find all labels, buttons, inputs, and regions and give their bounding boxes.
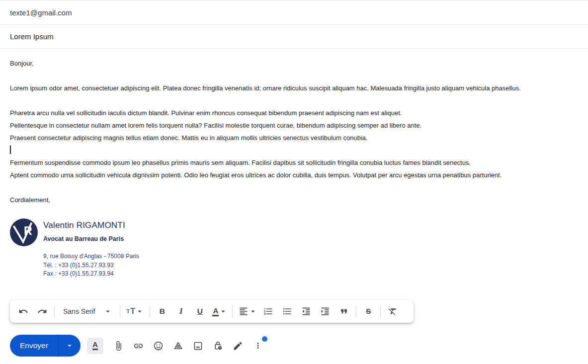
formatting-toolbar: Sans Serif T T B I U A S bbox=[10, 300, 414, 323]
italic-button[interactable]: I bbox=[171, 302, 190, 321]
signature-text-block: Valentin RIGAMONTI Avocat au Barreau de … bbox=[43, 218, 139, 279]
font-family-label: Sans Serif bbox=[63, 307, 95, 315]
toolbar-divider bbox=[54, 305, 55, 318]
signature-name: Valentin RIGAMONTI bbox=[43, 219, 139, 231]
underline-button[interactable]: U bbox=[190, 302, 209, 321]
formatting-options-button[interactable]: A bbox=[87, 338, 103, 354]
redo-icon bbox=[37, 306, 47, 316]
attach-file-icon bbox=[113, 341, 124, 351]
body-line[interactable]: Pellentesque in consectetur nullam amet … bbox=[10, 119, 584, 132]
text-color-button[interactable]: A bbox=[209, 302, 230, 321]
font-size-big-t: T bbox=[130, 306, 135, 316]
chevron-down-icon bbox=[103, 307, 112, 316]
insert-emoji-icon bbox=[153, 341, 164, 351]
toolbar-divider bbox=[120, 305, 120, 318]
font-family-selector[interactable]: Sans Serif bbox=[57, 302, 117, 321]
redo-button[interactable] bbox=[33, 302, 52, 321]
body-blank-line[interactable] bbox=[10, 94, 584, 107]
text-color-icon: A bbox=[212, 307, 219, 316]
send-button-label: Envoyer bbox=[20, 341, 48, 350]
attach-file-button[interactable] bbox=[109, 336, 129, 356]
toolbar-divider bbox=[150, 305, 150, 318]
remove-formatting-button[interactable] bbox=[383, 302, 402, 321]
signature-pen-icon bbox=[233, 341, 243, 351]
font-size-small-t: T bbox=[127, 308, 130, 314]
subject-value[interactable]: Lorem Ipsum bbox=[10, 32, 54, 41]
body-blank-line[interactable] bbox=[10, 181, 584, 194]
more-options-icon bbox=[253, 341, 262, 350]
notification-dot bbox=[262, 336, 267, 342]
insert-link-icon bbox=[133, 341, 144, 351]
toolbar-divider bbox=[380, 305, 381, 318]
send-button[interactable]: Envoyer bbox=[10, 335, 58, 357]
signature-pen-button[interactable] bbox=[228, 336, 248, 356]
recipient-value[interactable]: texte1@gmail.com bbox=[10, 8, 72, 17]
chevron-down-icon bbox=[65, 341, 74, 350]
strikethrough-icon: S bbox=[366, 307, 371, 316]
align-button[interactable] bbox=[235, 302, 259, 321]
indent-more-button[interactable] bbox=[316, 302, 335, 321]
email-signature: R Valentin RIGAMONTI Avocat au Barreau d… bbox=[10, 218, 584, 279]
body-line[interactable]: Bonjour, bbox=[10, 57, 584, 70]
chevron-down-icon bbox=[249, 307, 257, 316]
numbered-list-button[interactable] bbox=[259, 302, 278, 321]
quote-icon bbox=[339, 306, 349, 316]
message-body-editor[interactable]: Bonjour, Lorem ipsum odor amet, consecte… bbox=[10, 49, 584, 279]
body-line[interactable]: Pharetra arcu nulla vel sollicitudin iac… bbox=[10, 107, 584, 119]
insert-emoji-button[interactable] bbox=[149, 336, 168, 356]
insert-drive-icon bbox=[173, 341, 183, 351]
text-cursor bbox=[10, 146, 11, 154]
caret-line[interactable] bbox=[10, 144, 584, 156]
bold-icon: B bbox=[160, 307, 165, 316]
bulleted-list-icon bbox=[282, 306, 292, 316]
recipient-field[interactable]: texte1@gmail.com bbox=[0, 1, 588, 25]
confidential-mode-icon bbox=[213, 341, 223, 351]
compose-action-bar: Envoyer A bbox=[10, 335, 268, 357]
subject-field[interactable]: Lorem Ipsum bbox=[0, 25, 588, 49]
insert-photo-button[interactable] bbox=[188, 336, 208, 356]
strikethrough-button[interactable]: S bbox=[359, 302, 378, 321]
body-line[interactable]: Praesent consectetur adipiscing magnis t… bbox=[10, 132, 584, 144]
indent-more-icon bbox=[320, 306, 330, 316]
undo-icon bbox=[18, 306, 28, 316]
undo-button[interactable] bbox=[14, 302, 33, 321]
signature-address: 9, rue Boissy d'Anglas - 75008 Paris bbox=[43, 252, 139, 261]
bulleted-list-button[interactable] bbox=[278, 302, 297, 321]
chevron-down-icon bbox=[135, 307, 144, 316]
confidential-mode-button[interactable] bbox=[208, 336, 228, 356]
insert-link-button[interactable] bbox=[129, 336, 149, 356]
numbered-list-icon bbox=[263, 306, 273, 316]
remove-formatting-icon bbox=[388, 306, 398, 316]
toolbar-divider bbox=[232, 305, 233, 318]
bold-button[interactable]: B bbox=[153, 302, 171, 321]
body-line[interactable]: Fermentum suspendisse commodo ipsum leo … bbox=[10, 156, 584, 169]
signature-contact-block: 9, rue Boissy d'Anglas - 75008 Paris Tél… bbox=[43, 252, 139, 279]
align-left-icon bbox=[239, 306, 249, 316]
body-line[interactable]: Cordialement, bbox=[10, 194, 584, 206]
more-options-button[interactable] bbox=[248, 336, 268, 356]
send-options-button[interactable] bbox=[59, 335, 81, 357]
quote-button[interactable] bbox=[335, 302, 353, 321]
send-split-button: Envoyer bbox=[10, 335, 81, 357]
underline-icon: U bbox=[197, 307, 203, 316]
formatting-options-icon: A bbox=[92, 341, 98, 350]
insert-drive-button[interactable] bbox=[168, 336, 188, 356]
font-size-selector[interactable]: T T bbox=[123, 302, 148, 321]
body-line[interactable]: Aptent commodo urna sollicitudin vehicul… bbox=[10, 169, 584, 181]
body-line[interactable]: Lorem ipsum odor amet, consectetuer adip… bbox=[10, 82, 584, 94]
body-blank-line[interactable] bbox=[10, 70, 584, 82]
signature-phone: Tél. : +33 (0)1.55.27.93.93 bbox=[43, 261, 139, 270]
indent-less-button[interactable] bbox=[297, 302, 316, 321]
signature-fax: Fax : +33 (0)1.55.27.93.94 bbox=[43, 270, 139, 279]
insert-photo-icon bbox=[193, 341, 203, 351]
chevron-down-icon bbox=[219, 307, 228, 316]
logo-letter-r: R bbox=[24, 224, 32, 237]
vr-monogram-logo: R bbox=[10, 218, 38, 246]
signature-title: Avocat au Barreau de Paris bbox=[43, 233, 139, 245]
italic-icon: I bbox=[179, 306, 183, 316]
toolbar-divider bbox=[356, 305, 356, 318]
indent-less-icon bbox=[301, 306, 311, 316]
